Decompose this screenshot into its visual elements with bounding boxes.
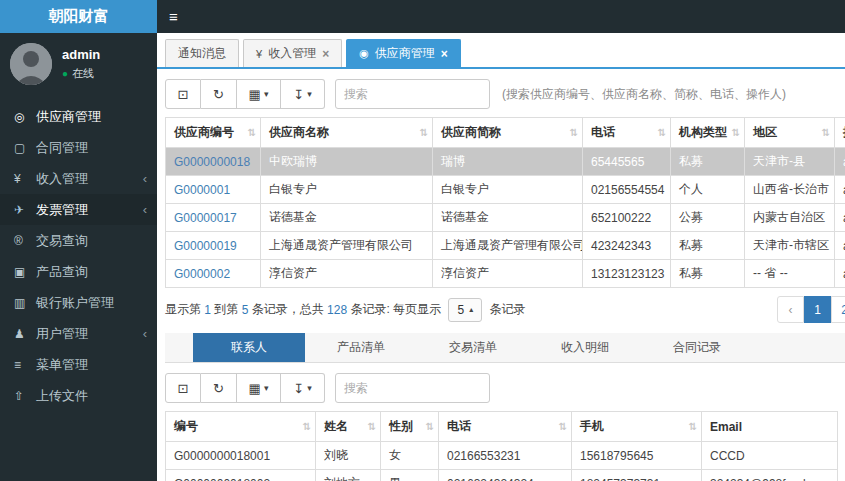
sidebar-item-contract-management[interactable]: ▢ 合同管理	[0, 132, 157, 163]
cell-gender: 女	[381, 442, 439, 470]
chevron-left-icon: ‹	[143, 171, 147, 186]
card-view-icon: ⊡	[178, 87, 189, 102]
cell-contact-id: G0000000018001	[166, 442, 316, 470]
close-icon[interactable]: ×	[322, 47, 329, 61]
page-2-button[interactable]: 2	[831, 296, 845, 323]
sort-icon	[822, 127, 830, 138]
tab-income-management[interactable]: ¥ 收入管理 ×	[243, 39, 342, 67]
col-operator[interactable]: 操作人	[835, 118, 845, 148]
col-org-type[interactable]: 机构类型	[671, 118, 745, 148]
sort-icon	[420, 127, 428, 138]
cell-contact-name: 刘晓	[316, 442, 381, 470]
table-row[interactable]: G0000000018 中欧瑞博 瑞博 65445565 私募 天津市-县 ad…	[166, 148, 845, 176]
sidebar-item-bank-account-management[interactable]: ▥ 银行账户管理	[0, 287, 157, 318]
table-row[interactable]: G0000002 淳信资产 淳信资产 13123123123 私募 -- 省 -…	[166, 260, 845, 288]
close-icon[interactable]: ×	[441, 47, 448, 61]
table-row[interactable]: G00000019 上海通晟资产管理有限公司 上海通晟资产管理有限公司 4232…	[166, 232, 845, 260]
col-contact-id[interactable]: 编号	[166, 412, 316, 442]
col-supplier-name[interactable]: 供应商名称	[261, 118, 433, 148]
table-row[interactable]: G0000000018002 刘地方 男 0216324324324 18245…	[166, 470, 838, 481]
tab-income-detail[interactable]: 收入明细	[529, 333, 641, 362]
supplier-id-link[interactable]: G00000017	[174, 211, 237, 225]
cell-region: 天津市-县	[745, 148, 835, 176]
sidebar-item-upload-file[interactable]: ⇧ 上传文件	[0, 380, 157, 411]
refresh-icon: ↻	[213, 381, 224, 396]
chevron-left-icon: ‹	[143, 326, 147, 341]
cell-operator: admin	[835, 176, 845, 204]
cell-supplier-name: 中欧瑞博	[261, 148, 433, 176]
sidebar-item-supplier-management[interactable]: ◎ 供应商管理	[0, 101, 157, 132]
col-contact-name[interactable]: 姓名	[316, 412, 381, 442]
bank-icon: ▥	[14, 296, 36, 310]
sidebar-item-income-management[interactable]: ¥ 收入管理 ‹	[0, 163, 157, 194]
col-phone[interactable]: 电话	[583, 118, 671, 148]
cell-supplier-id: G00000019	[166, 232, 261, 260]
paper-plane-icon: ✈	[14, 203, 36, 217]
supplier-id-link[interactable]: G0000002	[174, 267, 230, 281]
tab-transaction-list[interactable]: 交易清单	[417, 333, 529, 362]
page-1-button[interactable]: 1	[804, 296, 831, 323]
export-button[interactable]: ↧▾	[281, 79, 325, 109]
col-contact-phone[interactable]: 电话	[439, 412, 572, 442]
card-view-button[interactable]: ⊡	[165, 79, 201, 109]
cell-gender: 男	[381, 470, 439, 481]
page-size-select[interactable]: 5▴	[448, 298, 482, 322]
file-icon: ▢	[14, 141, 36, 155]
columns-button[interactable]: ▦▾	[237, 79, 281, 109]
cell-supplier-short-name: 诺德基金	[433, 204, 583, 232]
sort-icon	[689, 421, 697, 432]
columns-button[interactable]: ▦▾	[237, 373, 281, 403]
cell-supplier-id: G0000001	[166, 176, 261, 204]
cell-operator: admin	[835, 260, 845, 288]
sidebar-item-transaction-query[interactable]: ® 交易查询	[0, 225, 157, 256]
contact-table: 编号 姓名 性别 电话 手机 Email G0000000018001 刘晓 女	[165, 411, 838, 481]
top-bar: 朝阳财富 ≡	[0, 0, 845, 33]
col-gender[interactable]: 性别	[381, 412, 439, 442]
user-icon: ♟	[14, 327, 36, 341]
tab-product-list[interactable]: 产品清单	[305, 333, 417, 362]
tab-contract-records[interactable]: 合同记录	[641, 333, 753, 362]
cell-supplier-id: G0000000018	[166, 148, 261, 176]
sidebar-item-invoice-management[interactable]: ✈ 发票管理 ‹	[0, 194, 157, 225]
col-supplier-short-name[interactable]: 供应商简称	[433, 118, 583, 148]
user-status: ●在线	[62, 66, 100, 81]
col-region[interactable]: 地区	[745, 118, 835, 148]
supplier-search-input[interactable]	[335, 79, 490, 109]
sidebar-item-user-management[interactable]: ♟ 用户管理 ‹	[0, 318, 157, 349]
tab-supplier-management[interactable]: ◉ 供应商管理 ×	[346, 39, 461, 67]
sort-icon	[732, 127, 740, 138]
cell-region: 天津市-市辖区	[745, 232, 835, 260]
col-mobile[interactable]: 手机	[572, 412, 702, 442]
cell-org-type: 私募	[671, 148, 745, 176]
sidebar-item-menu-management[interactable]: ≡ 菜单管理	[0, 349, 157, 380]
table-row[interactable]: G0000001 白银专户 白银专户 02156554554 个人 山西省-长治…	[166, 176, 845, 204]
col-supplier-id[interactable]: 供应商编号	[166, 118, 261, 148]
table-row[interactable]: G00000017 诺德基金 诺德基金 652100222 公募 内蒙古自治区 …	[166, 204, 845, 232]
sidebar-item-product-query[interactable]: ▣ 产品查询	[0, 256, 157, 287]
sort-icon	[368, 421, 376, 432]
contact-search-input[interactable]	[335, 373, 490, 403]
tab-notifications[interactable]: 通知消息	[165, 39, 239, 67]
card-view-button[interactable]: ⊡	[165, 373, 201, 403]
circle-dot-icon: ◉	[359, 47, 369, 60]
refresh-button[interactable]: ↻	[201, 373, 237, 403]
refresh-button[interactable]: ↻	[201, 79, 237, 109]
sidebar: admin ●在线 ◎ 供应商管理 ▢ 合同管理 ¥ 收入管理 ‹ ✈	[0, 33, 157, 481]
export-button[interactable]: ↧▾	[281, 373, 325, 403]
col-email[interactable]: Email	[702, 412, 838, 442]
tab-contacts[interactable]: 联系人	[193, 333, 305, 362]
prev-page-button[interactable]: ‹	[777, 296, 804, 323]
brand-logo[interactable]: 朝阳财富	[0, 0, 157, 33]
supplier-id-link[interactable]: G0000000018	[174, 155, 250, 169]
avatar	[10, 43, 52, 85]
hamburger-icon[interactable]: ≡	[169, 8, 178, 25]
cell-phone: 423242343	[583, 232, 671, 260]
caret-down-icon: ▾	[307, 383, 312, 393]
search-hint: (搜索供应商编号、供应商名称、简称、电话、操作人)	[502, 86, 786, 103]
supplier-id-link[interactable]: G0000001	[174, 183, 230, 197]
table-row[interactable]: G0000000018001 刘晓 女 02166553231 15618795…	[166, 442, 838, 470]
registered-icon: ®	[14, 234, 36, 248]
supplier-id-link[interactable]: G00000019	[174, 239, 237, 253]
chevron-left-icon: ‹	[143, 202, 147, 217]
cell-supplier-id: G00000017	[166, 204, 261, 232]
